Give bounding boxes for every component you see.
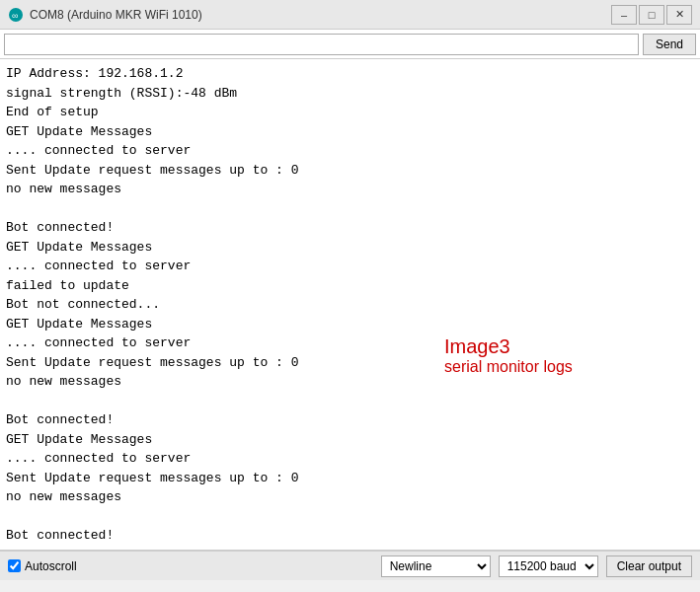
clear-output-button[interactable]: Clear output (606, 555, 692, 577)
toolbar: Send (0, 30, 700, 59)
newline-select[interactable]: Newline No line ending Carriage return B… (381, 555, 491, 577)
window-title: COM8 (Arduino MKR WiFi 1010) (30, 8, 202, 22)
baud-select[interactable]: 300 baud 1200 baud 2400 baud 4800 baud 9… (499, 555, 598, 577)
minimize-button[interactable]: – (611, 5, 637, 25)
message-input[interactable] (4, 34, 639, 55)
autoscroll-container: Autoscroll (8, 559, 77, 573)
autoscroll-checkbox[interactable] (8, 559, 21, 572)
status-bar: Autoscroll Newline No line ending Carria… (0, 551, 700, 580)
serial-monitor-output[interactable]: Attempting to connect to SSID: HomeWifi … (0, 59, 700, 551)
autoscroll-label: Autoscroll (25, 559, 77, 573)
maximize-button[interactable]: □ (639, 5, 664, 25)
arduino-icon: ∞ (8, 7, 24, 23)
title-bar: ∞ COM8 (Arduino MKR WiFi 1010) – □ ✕ (0, 0, 700, 30)
send-button[interactable]: Send (643, 34, 696, 55)
svg-text:∞: ∞ (12, 11, 18, 21)
window-controls: – □ ✕ (611, 5, 692, 25)
close-button[interactable]: ✕ (666, 5, 692, 25)
